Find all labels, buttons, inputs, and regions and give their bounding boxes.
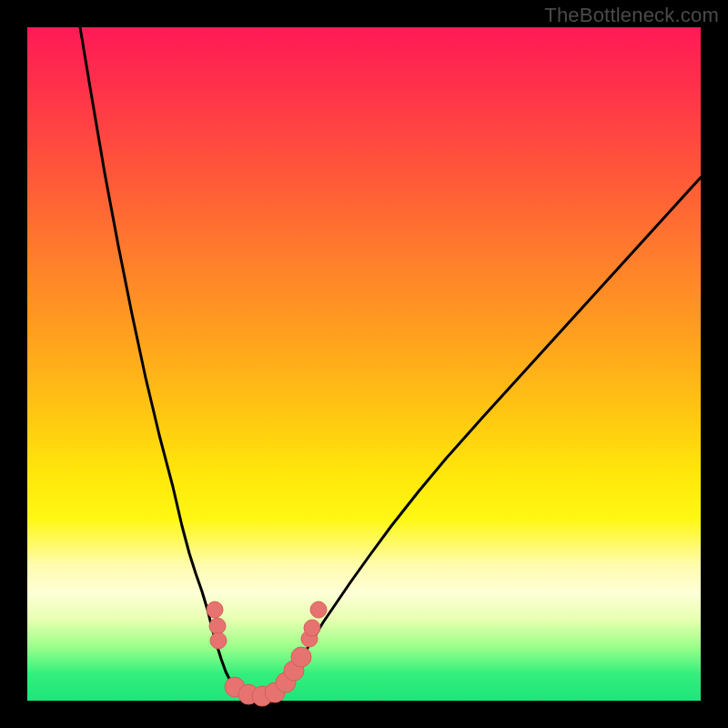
watermark-text: TheBottleneck.com (544, 4, 719, 27)
data-marker (291, 647, 311, 667)
data-marker (310, 602, 327, 618)
curve-path (80, 27, 701, 699)
bottleneck-curve (27, 27, 701, 701)
data-marker (207, 602, 223, 618)
plot-area (27, 27, 701, 701)
data-marker (209, 618, 226, 634)
data-marker (210, 632, 227, 649)
chart-frame: TheBottleneck.com (0, 0, 728, 728)
data-marker (304, 620, 320, 636)
